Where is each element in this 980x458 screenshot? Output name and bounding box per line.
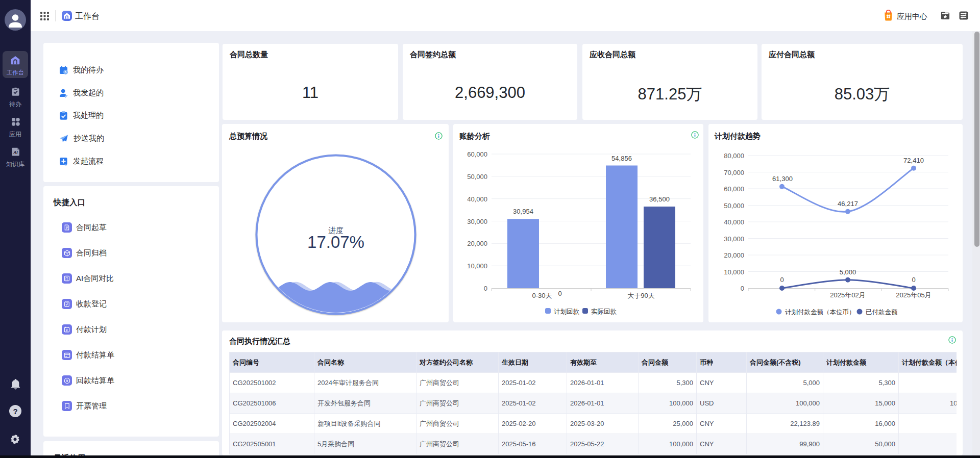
svg-text:17.07%: 17.07% bbox=[307, 233, 364, 251]
svg-text:计划付款金额（本位币）: 计划付款金额（本位币） bbox=[785, 309, 855, 316]
svg-text:0: 0 bbox=[558, 290, 561, 297]
svg-text:20,000: 20,000 bbox=[467, 240, 487, 247]
svg-text:50,000: 50,000 bbox=[724, 202, 744, 210]
svg-text:20,000: 20,000 bbox=[724, 251, 744, 259]
svg-text:70,000: 70,000 bbox=[724, 169, 744, 176]
svg-text:54,856: 54,856 bbox=[611, 155, 632, 162]
svg-text:40,000: 40,000 bbox=[724, 218, 744, 226]
svg-text:已付款金额: 已付款金额 bbox=[866, 309, 898, 316]
svg-text:0-30天: 0-30天 bbox=[532, 292, 552, 299]
svg-text:0: 0 bbox=[741, 285, 744, 292]
svg-text:AI: AI bbox=[13, 150, 18, 155]
svg-text:36,500: 36,500 bbox=[649, 195, 670, 203]
svg-text:?: ? bbox=[13, 407, 17, 416]
svg-text:10,000: 10,000 bbox=[724, 268, 744, 276]
svg-text:0: 0 bbox=[912, 276, 915, 284]
svg-text:60,000: 60,000 bbox=[467, 150, 487, 158]
svg-text:61,300: 61,300 bbox=[772, 175, 793, 183]
svg-text:2025年05月: 2025年05月 bbox=[896, 291, 931, 299]
svg-text:30,954: 30,954 bbox=[513, 208, 533, 215]
svg-text:50,000: 50,000 bbox=[467, 173, 487, 181]
svg-text:2025年02月: 2025年02月 bbox=[830, 291, 865, 299]
svg-text:10,000: 10,000 bbox=[467, 262, 487, 270]
svg-text:40,000: 40,000 bbox=[467, 195, 487, 203]
svg-text:大于90天: 大于90天 bbox=[627, 292, 654, 299]
svg-text:实际回款: 实际回款 bbox=[591, 308, 617, 315]
svg-text:0: 0 bbox=[484, 285, 487, 292]
svg-text:计划回款: 计划回款 bbox=[554, 308, 580, 315]
svg-text:5,000: 5,000 bbox=[840, 268, 856, 276]
svg-text:30,000: 30,000 bbox=[467, 218, 487, 225]
svg-text:46,217: 46,217 bbox=[838, 200, 858, 208]
svg-text:0: 0 bbox=[780, 276, 783, 284]
svg-text:80,000: 80,000 bbox=[724, 152, 744, 160]
svg-text:30,000: 30,000 bbox=[724, 235, 744, 243]
svg-text:60,000: 60,000 bbox=[724, 185, 744, 193]
svg-text:72,410: 72,410 bbox=[903, 157, 924, 164]
